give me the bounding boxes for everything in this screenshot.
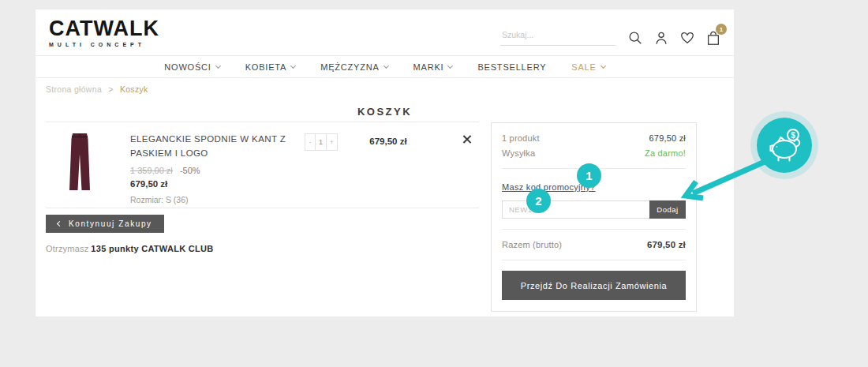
products-row: 1 produkt 679,50 zł (502, 133, 686, 143)
product-name[interactable]: ELEGANCKIE SPODNIE W KANT Z PASKIEM I LO… (130, 132, 302, 161)
cart-count-badge: 1 (716, 24, 727, 35)
line-price: 679,50 zł (352, 137, 425, 146)
page-title: KOSZYK (36, 106, 734, 118)
brand-name: CATWALK (49, 18, 159, 39)
cart-bag-icon[interactable]: 1 (705, 29, 721, 47)
points-value: 135 punkty CATWALK CLUB (91, 244, 213, 253)
unit-price: 679,50 zł (130, 179, 302, 189)
nav-label: BESTSELLERY (477, 62, 546, 72)
header-actions: 1 (500, 29, 721, 47)
piggy-bank-circle: $ (757, 118, 812, 173)
breadcrumb: Strona główna > Koszyk (46, 84, 148, 94)
nav-nowosci[interactable]: NOWOŚCI (164, 62, 219, 72)
cart-items-section: ELEGANCKIE SPODNIE W KANT Z PASKIEM I LO… (46, 122, 479, 253)
annotation-step-2: 2 (526, 189, 551, 213)
total-value: 679,50 zł (647, 240, 686, 249)
breadcrumb-home[interactable]: Strona główna (46, 84, 102, 94)
shipping-label: Wysyłka (502, 148, 535, 158)
chevron-down-icon (215, 62, 221, 68)
qty-value: 1 (316, 133, 327, 151)
account-icon[interactable] (653, 29, 669, 47)
nav-label: MARKI (413, 62, 444, 72)
annotation-step-1: 1 (577, 163, 601, 188)
promo-code-input[interactable] (502, 200, 649, 219)
cart-item-row: ELEGANCKIE SPODNIE W KANT Z PASKIEM I LO… (46, 122, 479, 208)
shipping-row: Wysyłka Za darmo! (502, 148, 686, 158)
product-details: ELEGANCKIE SPODNIE W KANT Z PASKIEM I LO… (130, 132, 302, 204)
size-label: Rozmiar: S (36) (130, 195, 302, 204)
main-card: CATWALK MULTI CONCEPT 1 (36, 9, 734, 316)
nav-label: KOBIETA (245, 62, 286, 72)
page: CATWALK MULTI CONCEPT 1 (0, 0, 868, 367)
qty-decrease-button[interactable]: - (305, 133, 316, 151)
chevron-down-icon (600, 62, 606, 68)
chevron-down-icon (447, 62, 453, 68)
discount-badge: -50% (180, 166, 200, 175)
svg-text:$: $ (791, 131, 795, 140)
search-input[interactable] (500, 30, 615, 46)
points-prefix: Otrzymasz (46, 244, 88, 253)
nav-mezczyzna[interactable]: MĘŻCZYZNA (320, 62, 387, 72)
nav-marki[interactable]: MARKI (413, 62, 453, 72)
breadcrumb-current: Koszyk (120, 84, 148, 94)
products-price: 679,50 zł (649, 133, 686, 143)
old-price: 1 359,00 zł (130, 166, 173, 175)
main-nav: NOWOŚCI KOBIETA MĘŻCZYZNA MARKI BESTSELL… (36, 55, 734, 78)
quantity-stepper: - 1 + (305, 133, 338, 151)
divider (502, 229, 686, 230)
search-icon[interactable] (627, 29, 643, 47)
checkout-button[interactable]: Przejdź Do Realizacji Zamówienia (502, 271, 686, 300)
nav-label: MĘŻCZYZNA (320, 62, 379, 72)
divider (502, 260, 686, 260)
divider (46, 208, 479, 208)
continue-shopping-label: Kontynuuj Zakupy (69, 219, 152, 228)
breadcrumb-separator: > (108, 84, 113, 94)
loyalty-points-note: Otrzymasz135 punkty CATWALK CLUB (46, 244, 479, 253)
total-label: Razem (brutto) (502, 240, 562, 249)
piggy-bank-icon: $ (750, 111, 818, 179)
nav-label: NOWOŚCI (164, 62, 211, 72)
chevron-left-icon (57, 221, 62, 227)
brand-tagline: MULTI CONCEPT (49, 42, 159, 47)
nav-sale[interactable]: SALE (571, 62, 604, 72)
chevron-down-icon (383, 62, 389, 68)
qty-increase-button[interactable]: + (327, 133, 338, 151)
close-icon (462, 135, 471, 144)
continue-shopping-button[interactable]: Kontynuuj Zakupy (46, 215, 164, 233)
cart-summary-box: 1 produkt 679,50 zł Wysyłka Za darmo! Ma… (491, 122, 697, 312)
wishlist-heart-icon[interactable] (679, 29, 695, 47)
remove-item-button[interactable] (462, 135, 471, 144)
nav-bestsellery[interactable]: BESTSELLERY (477, 62, 546, 72)
site-header: CATWALK MULTI CONCEPT 1 (36, 9, 734, 55)
products-count-label: 1 produkt (502, 133, 540, 143)
nav-label: SALE (571, 62, 596, 72)
chevron-down-icon (290, 62, 296, 68)
product-image[interactable] (55, 129, 104, 195)
nav-kobieta[interactable]: KOBIETA (245, 62, 295, 72)
total-row: Razem (brutto) 679,50 zł (502, 240, 686, 249)
old-price-row: 1 359,00 zł -50% (130, 166, 302, 175)
brand-logo[interactable]: CATWALK MULTI CONCEPT (49, 18, 159, 47)
